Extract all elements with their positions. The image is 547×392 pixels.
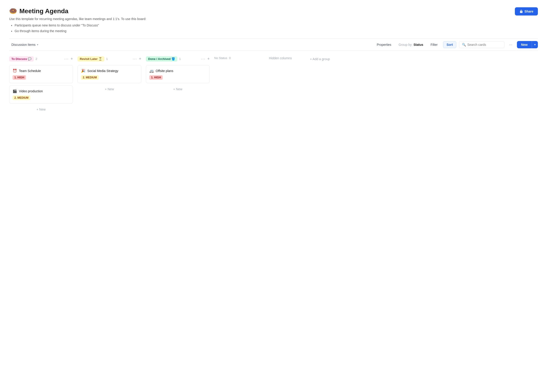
page-header: 🍩 Meeting Agenda Use this template for r… — [9, 7, 538, 34]
card-offsite-plans[interactable]: 🚐 Offsite plans 1. HIGH — [146, 65, 210, 83]
view-label: Discussion Items — [11, 43, 35, 47]
toolbar: Discussion Items ▾ Properties Group by: … — [9, 39, 538, 51]
group-by-prefix: Group by: — [399, 43, 412, 47]
title-row: 🍩 Meeting Agenda — [9, 7, 146, 15]
page-description: Use this template for recurring meeting … — [9, 17, 146, 21]
column-to-discuss-header: To Discuss 💬 2 ··· + — [9, 55, 73, 62]
card-offsite-plans-title-row: 🚐 Offsite plans — [149, 69, 206, 73]
more-options-button[interactable]: ··· — [507, 41, 514, 48]
page-container: 🍩 Meeting Agenda Use this template for r… — [0, 0, 547, 125]
no-status-label: No Status — [214, 56, 227, 60]
column-no-status: No Status 0 — [214, 55, 264, 63]
card-video-production-title: Video production — [19, 89, 43, 93]
card-social-media-strategy-priority: 2. MEDIUM — [81, 75, 99, 80]
search-input[interactable] — [467, 43, 501, 47]
search-icon: 🔍 — [462, 43, 466, 47]
properties-button[interactable]: Properties — [374, 41, 394, 48]
column-done-archived-count: 1 — [179, 57, 181, 61]
column-done-archived: Done / Archived 🪣 1 ··· + 🚐 Offsite plan… — [146, 55, 210, 93]
hidden-columns-section: Hidden columns — [269, 55, 305, 64]
page-title: Meeting Agenda — [19, 7, 68, 15]
chevron-down-icon: ▾ — [37, 43, 38, 46]
column-revisit-later-header: Revisit Later ⏳ 1 ··· + — [77, 55, 141, 62]
share-label: Share — [524, 10, 533, 13]
column-to-discuss-count: 2 — [35, 57, 37, 61]
page-emoji: 🍩 — [9, 7, 17, 15]
bullet-item-2: Go through items during the meeting — [14, 28, 146, 34]
header-left: 🍩 Meeting Agenda Use this template for r… — [9, 7, 146, 34]
view-selector[interactable]: Discussion Items ▾ — [9, 41, 41, 48]
no-status-header: No Status 0 — [214, 55, 264, 61]
sort-button[interactable]: Sort — [443, 41, 456, 48]
add-new-done-archived-button[interactable]: + New — [146, 85, 210, 93]
card-video-production-emoji: 🎬 — [13, 89, 17, 93]
bullet-list: Participants queue new items to discuss … — [9, 23, 146, 34]
board: To Discuss 💬 2 ··· + ⏰ Team Schedule 1. … — [9, 55, 538, 118]
card-social-media-strategy-title-row: 🎉 Social Media Strategy — [81, 69, 138, 73]
column-done-archived-label[interactable]: Done / Archived 🪣 — [146, 56, 177, 62]
search-box: 🔍 — [459, 41, 504, 48]
card-team-schedule-emoji: ⏰ — [13, 69, 17, 73]
bullet-item-1: Participants queue new items to discuss … — [14, 23, 146, 28]
filter-button[interactable]: Filter — [428, 41, 440, 48]
add-new-revisit-later-button[interactable]: + New — [77, 85, 141, 93]
card-video-production-title-row: 🎬 Video production — [13, 89, 69, 93]
add-group-button[interactable]: + Add a group — [310, 56, 330, 62]
card-video-production-priority: 2. MEDIUM — [13, 96, 30, 100]
column-to-discuss-more-button[interactable]: ··· — [64, 57, 68, 61]
column-revisit-later-count: 1 — [106, 57, 108, 61]
column-to-discuss-label[interactable]: To Discuss 💬 — [9, 56, 34, 62]
card-video-production[interactable]: 🎬 Video production 2. MEDIUM — [9, 85, 73, 103]
column-to-discuss-add-button[interactable]: + — [70, 56, 73, 61]
card-offsite-plans-title: Offsite plans — [156, 69, 173, 73]
card-social-media-strategy-title: Social Media Strategy — [87, 69, 118, 73]
share-button[interactable]: Share — [515, 7, 538, 15]
card-team-schedule-priority: 1. HIGH — [13, 75, 26, 80]
column-done-archived-header: Done / Archived 🪣 1 ··· + — [146, 55, 210, 62]
card-social-media-strategy[interactable]: 🎉 Social Media Strategy 2. MEDIUM — [77, 65, 141, 83]
add-group-section: + Add a group — [310, 55, 346, 62]
column-done-archived-add-button[interactable]: + — [207, 56, 210, 61]
column-revisit-later: Revisit Later ⏳ 1 ··· + 🎉 Social Media S… — [77, 55, 141, 93]
column-revisit-later-more-button[interactable]: ··· — [133, 57, 137, 61]
card-team-schedule-title: Team Schedule — [19, 69, 41, 73]
new-button-arrow[interactable]: ▾ — [532, 41, 538, 48]
column-done-archived-more-button[interactable]: ··· — [201, 57, 205, 61]
card-offsite-plans-priority: 1. HIGH — [149, 75, 163, 80]
lock-icon — [520, 10, 523, 13]
column-revisit-later-label[interactable]: Revisit Later ⏳ — [77, 56, 104, 62]
group-by-selector[interactable]: Group by: Status — [397, 41, 425, 48]
card-offsite-plans-emoji: 🚐 — [149, 69, 154, 73]
new-button[interactable]: New — [517, 41, 532, 48]
card-team-schedule[interactable]: ⏰ Team Schedule 1. HIGH — [9, 65, 73, 83]
card-social-media-strategy-emoji: 🎉 — [81, 69, 85, 73]
column-revisit-later-add-button[interactable]: + — [139, 56, 141, 61]
card-title-row: ⏰ Team Schedule — [13, 69, 69, 73]
hidden-columns-label: Hidden columns — [269, 55, 305, 61]
no-status-count: 0 — [229, 56, 231, 60]
new-button-group: New ▾ — [517, 41, 538, 48]
add-new-to-discuss-button[interactable]: + New — [9, 106, 73, 113]
column-to-discuss: To Discuss 💬 2 ··· + ⏰ Team Schedule 1. … — [9, 55, 73, 113]
group-by-value: Status — [413, 43, 423, 47]
